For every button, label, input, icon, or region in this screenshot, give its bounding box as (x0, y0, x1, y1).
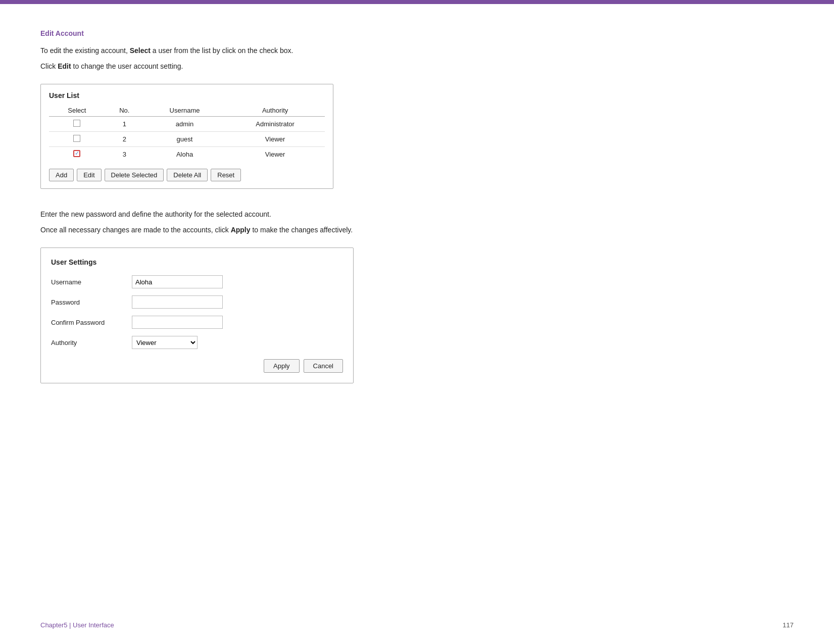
instruction-2-bold: Edit (58, 62, 71, 70)
confirm-password-label: Confirm Password (51, 319, 132, 326)
section-title: Edit Account (40, 29, 414, 37)
instruction-1: To edit the existing account, Select a u… (40, 45, 414, 56)
table-buttons: Add Edit Delete Selected Delete All Rese… (49, 169, 325, 181)
col-authority: Authority (225, 105, 325, 117)
edit-button[interactable]: Edit (77, 169, 101, 181)
no-cell-1: 1 (105, 117, 144, 132)
confirm-password-row: Confirm Password (51, 316, 343, 329)
delete-selected-button[interactable]: Delete Selected (105, 169, 164, 181)
col-no: No. (105, 105, 144, 117)
checkbox-cell-3[interactable] (49, 147, 105, 162)
user-list-box: User List Select No. Username Authority … (40, 84, 333, 189)
username-cell-2: guest (144, 132, 225, 147)
settings-buttons: Apply Cancel (51, 359, 343, 373)
checkbox-cell-2[interactable] (49, 132, 105, 147)
apply-instruction: Once all necessary changes are made to t… (40, 225, 414, 235)
authority-label: Authority (51, 339, 132, 346)
confirm-password-input[interactable] (132, 316, 223, 329)
footer-left: Chapter5 | User Interface (40, 621, 114, 629)
table-row: 2 guest Viewer (49, 132, 325, 147)
page-footer: Chapter5 | User Interface 117 (0, 621, 834, 629)
delete-all-button[interactable]: Delete All (167, 169, 208, 181)
top-bar (0, 0, 834, 4)
col-select: Select (49, 105, 105, 117)
apply-bold: Apply (231, 226, 251, 234)
username-cell-3: Aloha (144, 147, 225, 162)
col-username: Username (144, 105, 225, 117)
password-label: Password (51, 299, 132, 306)
authority-select[interactable]: Viewer Administrator (132, 336, 198, 349)
authority-cell-1: Administrator (225, 117, 325, 132)
authority-cell-3: Viewer (225, 147, 325, 162)
user-settings-title: User Settings (51, 258, 343, 266)
no-cell-3: 3 (105, 147, 144, 162)
user-list-title: User List (49, 91, 325, 100)
reset-button[interactable]: Reset (211, 169, 241, 181)
username-label: Username (51, 278, 132, 286)
cancel-button[interactable]: Cancel (304, 359, 343, 373)
username-row: Username (51, 275, 343, 288)
table-row: 3 Aloha Viewer (49, 147, 325, 162)
username-input[interactable] (132, 275, 223, 288)
footer-right: 117 (782, 621, 794, 629)
instruction-1-bold: Select (130, 46, 151, 55)
no-cell-2: 2 (105, 132, 144, 147)
user-settings-box: User Settings Username Password Confirm … (40, 247, 354, 383)
apply-button[interactable]: Apply (264, 359, 300, 373)
checkbox-2[interactable] (73, 135, 80, 142)
authority-row: Authority Viewer Administrator (51, 336, 343, 349)
checkbox-cell-1[interactable] (49, 117, 105, 132)
user-table: Select No. Username Authority 1 admin Ad… (49, 105, 325, 162)
password-instruction: Enter the new password and define the au… (40, 209, 414, 220)
add-button[interactable]: Add (49, 169, 74, 181)
instruction-2: Click Edit to change the user account se… (40, 61, 414, 72)
password-input[interactable] (132, 295, 223, 309)
checkbox-3-checked[interactable] (73, 150, 80, 157)
username-cell-1: admin (144, 117, 225, 132)
table-row: 1 admin Administrator (49, 117, 325, 132)
checkbox-1[interactable] (73, 120, 80, 127)
password-row: Password (51, 295, 343, 309)
authority-cell-2: Viewer (225, 132, 325, 147)
